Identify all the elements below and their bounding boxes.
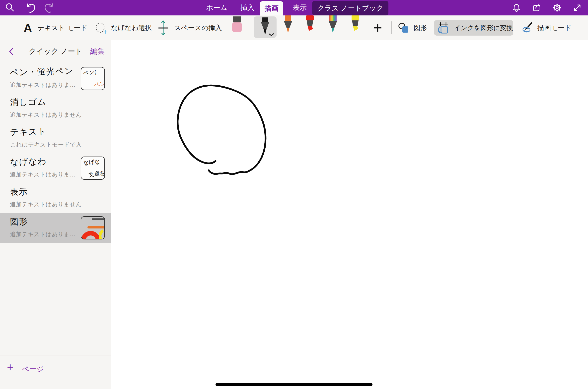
- page-row-shapes-selected[interactable]: 図形 追加テキストはありま…: [0, 213, 111, 243]
- page-row-eraser[interactable]: 消しゴム 追加テキストはありません: [0, 93, 111, 123]
- yellow-highlighter-tool[interactable]: [350, 15, 361, 34]
- convert-ink-icon: [437, 21, 450, 35]
- text-mode-label: テキスト モード: [37, 23, 87, 32]
- draw-mode-button[interactable]: 描画モード: [521, 15, 571, 40]
- page-subtitle: 追加テキストはありません: [10, 200, 82, 208]
- note-canvas[interactable]: [111, 40, 588, 389]
- chevron-down-icon[interactable]: [268, 33, 275, 36]
- toolbar-divider: [225, 21, 225, 34]
- page-list-header: クイック ノート 編集: [0, 40, 111, 63]
- toolbar-divider: [391, 21, 392, 34]
- page-thumbnail: ペン( ペン: [81, 67, 105, 90]
- edit-button[interactable]: 編集: [90, 40, 105, 63]
- fullscreen-button[interactable]: [572, 3, 582, 13]
- rainbow-pen-tool[interactable]: [327, 15, 338, 34]
- share-icon: [532, 3, 541, 12]
- notifications-button[interactable]: [512, 3, 521, 13]
- page-thumbnail: なげな 文章を: [81, 157, 105, 180]
- search-button[interactable]: [5, 3, 15, 13]
- orange-pen-tool[interactable]: [283, 15, 294, 34]
- settings-gear-icon: [552, 3, 562, 12]
- convert-ink-to-shape-button[interactable]: インクを図形に変換: [434, 20, 513, 36]
- add-pen-button[interactable]: +: [370, 15, 385, 40]
- shapes-icon: [398, 22, 410, 33]
- page-subtitle: 追加テキストはありま…: [10, 230, 82, 238]
- share-button[interactable]: [531, 3, 541, 13]
- add-page-label: ページ: [22, 364, 44, 374]
- settings-button[interactable]: [552, 3, 562, 13]
- page-subtitle: 追加テキストはありま…: [10, 170, 82, 178]
- tab-draw[interactable]: 描画: [260, 1, 283, 15]
- draw-mode-label: 描画モード: [537, 23, 571, 32]
- undo-button[interactable]: [25, 3, 35, 13]
- insert-space-icon: [158, 19, 169, 36]
- tab-class-notebook[interactable]: クラス ノートブック: [312, 1, 388, 15]
- page-subtitle: 追加テキストはありません: [10, 111, 82, 119]
- undo-icon: [25, 2, 35, 13]
- draw-ribbon: A テキスト モード + なげなわ選択 スペースの挿入: [0, 15, 588, 40]
- shapes-drawing-preview: [81, 217, 104, 239]
- tab-home[interactable]: ホーム: [204, 0, 230, 15]
- toolbar-divider: [251, 21, 251, 34]
- lasso-label: なげなわ選択: [111, 23, 152, 32]
- text-mode-button[interactable]: A テキスト モード: [24, 15, 87, 40]
- draw-mode-hand-pen-icon: [521, 22, 533, 34]
- search-icon: [5, 3, 15, 13]
- lasso-icon: +: [95, 22, 105, 34]
- home-indicator[interactable]: [216, 383, 372, 386]
- black-pen-selected[interactable]: [254, 16, 277, 38]
- page-row-pen-highlighter[interactable]: ペン・蛍光ペン 追加テキストはありま… ペン( ペン: [0, 63, 111, 93]
- page-list-footer: + ページ: [0, 355, 111, 389]
- page-row-lasso[interactable]: なげなわ 追加テキストはありま… なげな 文章を: [0, 153, 111, 183]
- convert-ink-label: インクを図形に変換: [454, 24, 513, 32]
- page-title: テキスト: [10, 124, 105, 138]
- tab-insert[interactable]: 挿入: [236, 0, 259, 15]
- page-title: 表示: [10, 184, 105, 198]
- insert-space-label: スペースの挿入: [174, 23, 222, 32]
- title-bar: ホーム 挿入 描画 表示 クラス ノートブック: [0, 0, 588, 15]
- page-title: 消しゴム: [10, 94, 105, 108]
- page-thumbnail-shapes: [81, 216, 105, 239]
- lasso-select-button[interactable]: + なげなわ選択: [95, 15, 152, 40]
- redo-icon: [45, 2, 55, 13]
- text-mode-a-icon: A: [24, 21, 32, 35]
- red-highlighter-tool[interactable]: [304, 15, 315, 34]
- page-row-text[interactable]: テキスト これはテキストモードで入力し…: [0, 123, 111, 153]
- eraser-tool[interactable]: [231, 16, 242, 32]
- ink-layer: [111, 40, 588, 389]
- page-list-panel: クイック ノート 編集 ペン・蛍光ペン 追加テキストはありま… ペン( ペン 消…: [0, 40, 111, 389]
- page-row-view[interactable]: 表示 追加テキストはありません: [0, 183, 111, 213]
- redo-button[interactable]: [45, 3, 55, 13]
- ink-stroke-circle[interactable]: [178, 85, 266, 174]
- fullscreen-expand-icon: [573, 3, 582, 12]
- page-subtitle: 追加テキストはありま…: [10, 81, 82, 89]
- shapes-button[interactable]: 図形: [398, 15, 427, 40]
- plus-icon: +: [7, 361, 13, 373]
- insert-space-button[interactable]: スペースの挿入: [158, 15, 222, 40]
- shapes-label: 図形: [414, 23, 427, 32]
- page-subtitle: これはテキストモードで入力し…: [10, 141, 82, 149]
- add-page-button[interactable]: + ページ: [0, 355, 111, 389]
- notifications-bell-icon: [512, 3, 521, 12]
- tab-view[interactable]: 表示: [289, 0, 311, 15]
